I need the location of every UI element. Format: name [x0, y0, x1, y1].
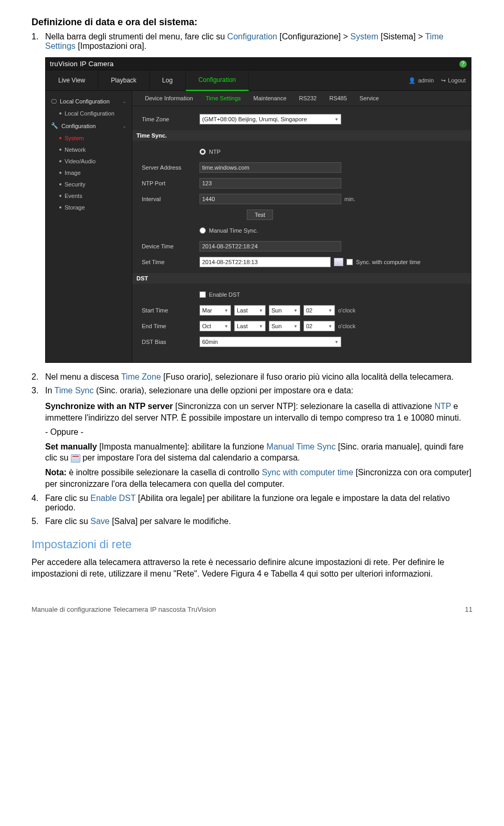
- section-time-sync: Time Sync.: [132, 130, 471, 141]
- side-label: System: [65, 135, 84, 141]
- subtab-device-info[interactable]: Device Information: [139, 95, 200, 101]
- step-1: 1. Nella barra degli strumenti del menu,…: [32, 32, 472, 51]
- page-footer: Manuale di configurazione Telecamera IP …: [32, 605, 472, 613]
- step-2: 2. Nel menu a discesa Time Zone [Fuso or…: [32, 372, 472, 382]
- side-group-label: Local Configuration: [60, 98, 110, 104]
- side-item-system[interactable]: System: [46, 132, 132, 144]
- side-item-image[interactable]: Image: [46, 167, 132, 179]
- user-icon: 👤: [408, 77, 416, 84]
- subtab-maintenance[interactable]: Maintenance: [247, 95, 293, 101]
- start-week-select[interactable]: Last▼: [234, 305, 266, 316]
- substep-ntp: Synchronize with an NTP server [Sincroni…: [45, 401, 472, 489]
- dst-bias-select[interactable]: 60min▼: [200, 337, 341, 347]
- side-item-local-config[interactable]: Local Configuration: [46, 108, 132, 119]
- subtab-service[interactable]: Service: [353, 95, 385, 101]
- oppure-divider: - Oppure -: [45, 426, 472, 438]
- interval-input[interactable]: 1440: [200, 194, 341, 204]
- chevron-down-icon: ⌄: [122, 99, 127, 104]
- row-device-time: Device Time 2014-08-25T22:18:24: [142, 239, 461, 253]
- app-header: truVision IP Camera ?: [46, 58, 471, 70]
- step-body: Nel menu a discesa Time Zone [Fuso orari…: [45, 372, 472, 382]
- side-label: Events: [65, 193, 82, 199]
- gear-icon: 🔧: [51, 122, 58, 129]
- side-group-local[interactable]: 🖵 Local Configuration ⌄: [46, 95, 132, 108]
- set-time-input[interactable]: [200, 257, 331, 267]
- link-time-sync: Time Sync: [55, 386, 94, 395]
- enable-dst-checkbox[interactable]: [200, 291, 206, 298]
- dst-bias-label: DST Bias: [142, 339, 200, 345]
- calendar-icon: [71, 454, 80, 463]
- tab-log[interactable]: Log: [150, 70, 186, 90]
- tz-select[interactable]: (GMT+08:00) Beijing, Urumqi, Singapore▼: [200, 114, 341, 124]
- manual-radio[interactable]: [200, 227, 206, 234]
- v: 02: [306, 323, 312, 329]
- row-ntp-radio: NTP: [142, 145, 461, 159]
- tab-playback[interactable]: Playback: [98, 70, 150, 90]
- link-system: System: [350, 32, 378, 41]
- side-item-storage[interactable]: Storage: [46, 202, 132, 213]
- footer-title: Manuale di configurazione Telecamera IP …: [32, 605, 216, 613]
- t: [Sistema] >: [381, 32, 425, 41]
- chevron-down-icon: ▼: [259, 308, 263, 313]
- t: [Impostazioni ora].: [78, 41, 146, 50]
- test-button[interactable]: Test: [247, 210, 273, 220]
- server-address-input[interactable]: time.windows.com: [200, 162, 341, 173]
- subtab-time-settings[interactable]: Time Settings: [200, 95, 247, 101]
- logout-link[interactable]: ↪Logout: [441, 77, 466, 84]
- side-item-network[interactable]: Network: [46, 144, 132, 155]
- set-manually-label: Set manually: [45, 442, 97, 451]
- t: In: [45, 386, 55, 395]
- t: Fare clic su: [45, 494, 90, 503]
- start-month-select[interactable]: Mar▼: [200, 305, 231, 316]
- t: [Fuso orario], selezionare il fuso orari…: [163, 372, 454, 381]
- subtab-rs232[interactable]: RS232: [293, 95, 323, 101]
- tab-configuration[interactable]: Configuration: [186, 70, 249, 91]
- side-item-video-audio[interactable]: Video/Audio: [46, 155, 132, 167]
- subtab-rs485[interactable]: RS485: [323, 95, 353, 101]
- end-month-select[interactable]: Oct▼: [200, 321, 231, 331]
- folder-icon: 🖵: [51, 98, 57, 104]
- row-end-time: End Time Oct▼ Last▼ Sun▼ 02▼ o'clock: [142, 319, 461, 333]
- t: è inoltre possibile selezionare la casel…: [69, 468, 261, 477]
- side-group-config[interactable]: 🔧 Configuration ⌄: [46, 119, 132, 132]
- footer-page-number: 11: [465, 605, 472, 613]
- link-enable-dst: Enable DST: [90, 494, 135, 503]
- calendar-icon[interactable]: [334, 258, 343, 266]
- t: [Imposta manualmente]: abilitare la funz…: [99, 442, 266, 451]
- device-time-display: 2014-08-25T22:18:24: [200, 241, 341, 252]
- v: Sun: [271, 307, 282, 313]
- link-manual-time-sync: Manual Time Sync: [267, 442, 336, 451]
- help-icon[interactable]: ?: [459, 60, 467, 68]
- user-link[interactable]: 👤admin: [408, 77, 434, 84]
- end-week-select[interactable]: Last▼: [234, 321, 266, 331]
- step-5: 5. Fare clic su Save [Salva] per salvare…: [32, 517, 472, 526]
- sync-computer-checkbox[interactable]: [346, 259, 353, 265]
- camera-ui: truVision IP Camera ? Live View Playback…: [45, 57, 471, 363]
- chevron-down-icon: ▼: [224, 324, 228, 329]
- top-nav: Live View Playback Log Configuration 👤ad…: [46, 70, 471, 91]
- v: 60min: [202, 339, 218, 345]
- section-dst: DST: [132, 273, 471, 284]
- row-ntp-port: NTP Port 123: [142, 176, 461, 190]
- start-day-select[interactable]: Sun▼: [269, 305, 300, 316]
- ntp-port-input[interactable]: 123: [200, 178, 341, 189]
- start-hour-select[interactable]: 02▼: [303, 305, 335, 316]
- logout-icon: ↪: [441, 77, 446, 84]
- side-label: Video/Audio: [65, 158, 96, 164]
- side-item-security[interactable]: Security: [46, 179, 132, 190]
- ntp-radio[interactable]: [200, 149, 206, 155]
- tab-live-view[interactable]: Live View: [46, 70, 98, 90]
- t: Nel menu a discesa: [45, 372, 121, 381]
- content-panel: Device Information Time Settings Mainten…: [132, 91, 471, 362]
- side-item-events[interactable]: Events: [46, 190, 132, 202]
- row-dst-bias: DST Bias 60min▼: [142, 335, 461, 349]
- end-day-select[interactable]: Sun▼: [269, 321, 300, 331]
- row-server-address: Server Address time.windows.com: [142, 161, 461, 174]
- side-label: Local Configuration: [65, 110, 114, 117]
- bullet-icon: [59, 112, 61, 114]
- end-hour-select[interactable]: 02▼: [303, 321, 335, 331]
- step-number: 4.: [32, 494, 45, 503]
- row-set-time: Set Time Sync. with computer time: [142, 255, 461, 269]
- t: [Configurazione] >: [279, 32, 350, 41]
- nota-label: Nota:: [45, 468, 67, 477]
